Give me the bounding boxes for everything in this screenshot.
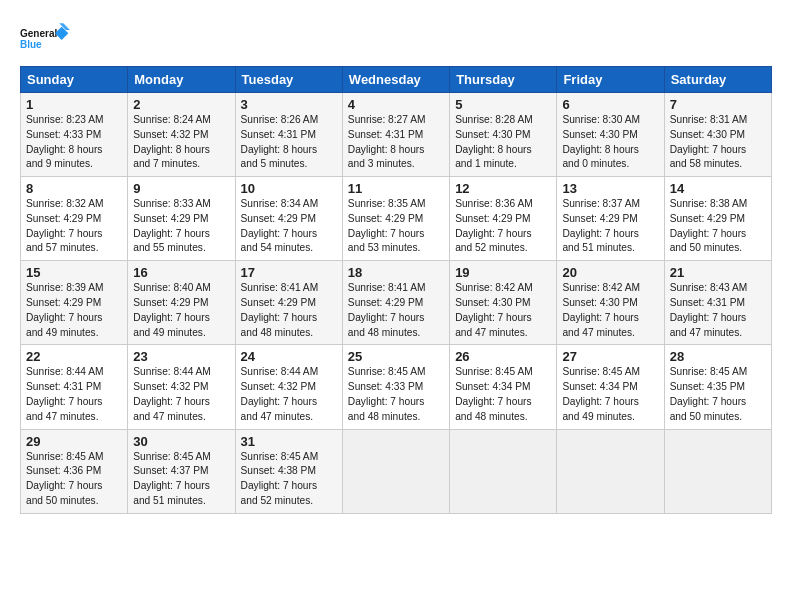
svg-text:Blue: Blue: [20, 39, 42, 50]
calendar-day-5: 5Sunrise: 8:28 AMSunset: 4:30 PMDaylight…: [450, 93, 557, 177]
calendar-week-2: 8Sunrise: 8:32 AMSunset: 4:29 PMDaylight…: [21, 177, 772, 261]
svg-text:General: General: [20, 28, 57, 39]
calendar-day-empty: [342, 429, 449, 513]
calendar-day-24: 24Sunrise: 8:44 AMSunset: 4:32 PMDayligh…: [235, 345, 342, 429]
calendar-day-empty: [664, 429, 771, 513]
header: General Blue: [20, 16, 772, 60]
calendar-day-1: 1Sunrise: 8:23 AMSunset: 4:33 PMDaylight…: [21, 93, 128, 177]
calendar-day-19: 19Sunrise: 8:42 AMSunset: 4:30 PMDayligh…: [450, 261, 557, 345]
calendar-week-3: 15Sunrise: 8:39 AMSunset: 4:29 PMDayligh…: [21, 261, 772, 345]
calendar-day-15: 15Sunrise: 8:39 AMSunset: 4:29 PMDayligh…: [21, 261, 128, 345]
calendar-day-11: 11Sunrise: 8:35 AMSunset: 4:29 PMDayligh…: [342, 177, 449, 261]
general-blue-logo-icon: General Blue: [20, 20, 70, 60]
calendar-day-13: 13Sunrise: 8:37 AMSunset: 4:29 PMDayligh…: [557, 177, 664, 261]
calendar-day-12: 12Sunrise: 8:36 AMSunset: 4:29 PMDayligh…: [450, 177, 557, 261]
calendar-day-16: 16Sunrise: 8:40 AMSunset: 4:29 PMDayligh…: [128, 261, 235, 345]
calendar-day-18: 18Sunrise: 8:41 AMSunset: 4:29 PMDayligh…: [342, 261, 449, 345]
day-header-wednesday: Wednesday: [342, 67, 449, 93]
page: General Blue SundayMondayTuesdayWednesda…: [0, 0, 792, 524]
calendar-day-14: 14Sunrise: 8:38 AMSunset: 4:29 PMDayligh…: [664, 177, 771, 261]
day-header-thursday: Thursday: [450, 67, 557, 93]
calendar-day-20: 20Sunrise: 8:42 AMSunset: 4:30 PMDayligh…: [557, 261, 664, 345]
calendar-day-27: 27Sunrise: 8:45 AMSunset: 4:34 PMDayligh…: [557, 345, 664, 429]
calendar-day-7: 7Sunrise: 8:31 AMSunset: 4:30 PMDaylight…: [664, 93, 771, 177]
calendar-day-22: 22Sunrise: 8:44 AMSunset: 4:31 PMDayligh…: [21, 345, 128, 429]
calendar-day-8: 8Sunrise: 8:32 AMSunset: 4:29 PMDaylight…: [21, 177, 128, 261]
calendar-day-31: 31Sunrise: 8:45 AMSunset: 4:38 PMDayligh…: [235, 429, 342, 513]
calendar-week-1: 1Sunrise: 8:23 AMSunset: 4:33 PMDaylight…: [21, 93, 772, 177]
calendar-day-empty: [450, 429, 557, 513]
calendar-day-23: 23Sunrise: 8:44 AMSunset: 4:32 PMDayligh…: [128, 345, 235, 429]
calendar-day-9: 9Sunrise: 8:33 AMSunset: 4:29 PMDaylight…: [128, 177, 235, 261]
calendar-day-17: 17Sunrise: 8:41 AMSunset: 4:29 PMDayligh…: [235, 261, 342, 345]
calendar-day-29: 29Sunrise: 8:45 AMSunset: 4:36 PMDayligh…: [21, 429, 128, 513]
day-header-tuesday: Tuesday: [235, 67, 342, 93]
calendar-day-10: 10Sunrise: 8:34 AMSunset: 4:29 PMDayligh…: [235, 177, 342, 261]
calendar-day-3: 3Sunrise: 8:26 AMSunset: 4:31 PMDaylight…: [235, 93, 342, 177]
calendar-week-4: 22Sunrise: 8:44 AMSunset: 4:31 PMDayligh…: [21, 345, 772, 429]
logo: General Blue: [20, 20, 70, 60]
calendar-day-25: 25Sunrise: 8:45 AMSunset: 4:33 PMDayligh…: [342, 345, 449, 429]
calendar-table: SundayMondayTuesdayWednesdayThursdayFrid…: [20, 66, 772, 514]
calendar-week-5: 29Sunrise: 8:45 AMSunset: 4:36 PMDayligh…: [21, 429, 772, 513]
calendar-day-30: 30Sunrise: 8:45 AMSunset: 4:37 PMDayligh…: [128, 429, 235, 513]
calendar-day-empty: [557, 429, 664, 513]
calendar-day-26: 26Sunrise: 8:45 AMSunset: 4:34 PMDayligh…: [450, 345, 557, 429]
calendar-header-row: SundayMondayTuesdayWednesdayThursdayFrid…: [21, 67, 772, 93]
day-header-sunday: Sunday: [21, 67, 128, 93]
calendar-day-28: 28Sunrise: 8:45 AMSunset: 4:35 PMDayligh…: [664, 345, 771, 429]
day-header-monday: Monday: [128, 67, 235, 93]
day-header-saturday: Saturday: [664, 67, 771, 93]
calendar-day-21: 21Sunrise: 8:43 AMSunset: 4:31 PMDayligh…: [664, 261, 771, 345]
day-header-friday: Friday: [557, 67, 664, 93]
calendar-day-6: 6Sunrise: 8:30 AMSunset: 4:30 PMDaylight…: [557, 93, 664, 177]
calendar-day-4: 4Sunrise: 8:27 AMSunset: 4:31 PMDaylight…: [342, 93, 449, 177]
calendar-day-2: 2Sunrise: 8:24 AMSunset: 4:32 PMDaylight…: [128, 93, 235, 177]
